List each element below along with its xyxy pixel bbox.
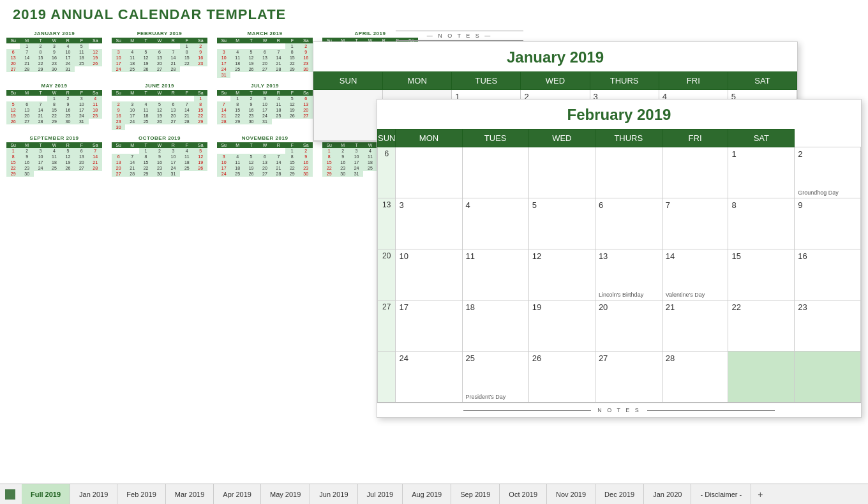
small-cal-cell: 3 bbox=[47, 43, 61, 49]
small-cal-cell: 7 bbox=[125, 154, 138, 159]
tab-mar-2019[interactable]: Mar 2019 bbox=[166, 484, 214, 504]
small-cal-cell: 8 bbox=[230, 101, 244, 107]
small-cal-cell: 20 bbox=[75, 159, 88, 165]
small-cal-header: Su bbox=[6, 38, 20, 43]
small-cal-cell bbox=[34, 96, 47, 101]
feb-cell: 26 bbox=[528, 352, 595, 403]
small-cal-cell bbox=[139, 124, 153, 130]
small-cal-cell: 16 bbox=[336, 159, 349, 165]
small-cal-cell bbox=[47, 171, 61, 177]
tab---disclaimer--[interactable]: - Disclaimer - bbox=[691, 484, 751, 504]
tab-full-2019[interactable]: Full 2019 bbox=[22, 484, 70, 504]
small-cal-cell: 26 bbox=[244, 66, 258, 72]
feb-cell bbox=[795, 352, 861, 403]
small-cal-cell: 30 bbox=[112, 124, 125, 130]
small-cal-9: OCTOBER 2019SuMTWRFSa1234567891011121314… bbox=[112, 135, 207, 177]
feb-cell: 28 bbox=[662, 352, 728, 403]
small-cal-cell: 18 bbox=[230, 61, 244, 66]
small-cal-header: T bbox=[244, 38, 258, 43]
tab-jan-2019[interactable]: Jan 2019 bbox=[70, 484, 117, 504]
feb-cell: 25President's Day bbox=[462, 352, 528, 403]
small-cal-cell bbox=[244, 43, 258, 49]
small-cal-header: R bbox=[167, 38, 180, 43]
small-cal-cell: 10 bbox=[217, 55, 230, 61]
notes-section: — N O T E S — bbox=[396, 31, 523, 41]
feb-cell: 8 bbox=[728, 198, 795, 249]
small-cal-cell: 9 bbox=[299, 154, 313, 159]
tab-feb-2019[interactable]: Feb 2019 bbox=[117, 484, 165, 504]
small-cal-header: W bbox=[363, 142, 377, 148]
small-cal-header: M bbox=[125, 90, 138, 96]
small-cal-cell: 20 bbox=[258, 165, 271, 171]
small-cal-cell: 3 bbox=[34, 148, 47, 154]
small-cal-4: MAY 2019SuMTWRFSa12345678910111213141516… bbox=[6, 83, 102, 130]
tab-apr-2019[interactable]: Apr 2019 bbox=[214, 484, 261, 504]
small-cal-cell: 22 bbox=[47, 113, 61, 119]
tab-may-2019[interactable]: May 2019 bbox=[261, 484, 310, 504]
small-cal-cell bbox=[244, 72, 258, 78]
small-cal-cell: 24 bbox=[125, 119, 138, 124]
small-cal-cell: 14 bbox=[125, 159, 138, 165]
tab-aug-2019[interactable]: Aug 2019 bbox=[403, 484, 451, 504]
small-cal-cell bbox=[20, 96, 33, 101]
jan-col-header: WED bbox=[521, 72, 590, 90]
small-cal-cell: 20 bbox=[6, 61, 20, 66]
small-cal-cell: 2 bbox=[61, 96, 75, 101]
small-cal-cell: 13 bbox=[299, 101, 313, 107]
small-cal-cell: 23 bbox=[299, 61, 313, 66]
small-cal-cell: 18 bbox=[89, 107, 102, 113]
small-cal-cell: 23 bbox=[336, 165, 349, 171]
small-cal-cell bbox=[194, 171, 207, 177]
small-cal-cell: 15 bbox=[230, 107, 244, 113]
small-cal-cell: 29 bbox=[6, 171, 20, 177]
small-cal-cell: 24 bbox=[75, 113, 88, 119]
small-cal-cell bbox=[167, 96, 180, 101]
small-cal-cell: 17 bbox=[34, 159, 47, 165]
small-cal-cell bbox=[89, 43, 102, 49]
small-cal-cell bbox=[363, 171, 377, 177]
small-cal-title: NOVEMBER 2019 bbox=[217, 135, 313, 141]
small-cal-cell: 9 bbox=[194, 49, 207, 55]
feb-cell: 19 bbox=[528, 300, 595, 352]
small-cal-cell: 30 bbox=[299, 66, 313, 72]
small-cal-cell: 30 bbox=[299, 171, 313, 177]
small-cal-header: R bbox=[272, 38, 285, 43]
small-cal-cell: 9 bbox=[153, 154, 166, 159]
feb-notes: N O T E S bbox=[377, 403, 861, 417]
small-cal-header: Su bbox=[322, 142, 336, 148]
small-cal-cell bbox=[89, 171, 102, 177]
small-cal-cell: 27 bbox=[6, 66, 20, 72]
small-cal-cell: 2 bbox=[34, 43, 47, 49]
feb-cell bbox=[595, 147, 662, 198]
small-cal-cell: 6 bbox=[153, 49, 166, 55]
tab-jun-2019[interactable]: Jun 2019 bbox=[310, 484, 357, 504]
small-cal-cell: 7 bbox=[20, 49, 33, 55]
page-title: 2019 ANNUAL CALENDAR TEMPLATE bbox=[13, 6, 855, 23]
small-cal-cell: 5 bbox=[139, 49, 153, 55]
small-cal-cell: 24 bbox=[34, 165, 47, 171]
small-cal-cell bbox=[125, 148, 138, 154]
small-cal-cell: 1 bbox=[285, 148, 299, 154]
small-cal-cell bbox=[272, 148, 285, 154]
small-cal-cell bbox=[299, 119, 313, 124]
small-cal-header: F bbox=[75, 90, 88, 96]
tab-sep-2019[interactable]: Sep 2019 bbox=[451, 484, 500, 504]
small-cal-cell: 29 bbox=[230, 119, 244, 124]
small-cal-1: FEBRUARY 2019SuMTWRFSa123456789101112131… bbox=[112, 31, 207, 78]
tab-jul-2019[interactable]: Jul 2019 bbox=[358, 484, 403, 504]
add-tab-button[interactable]: + bbox=[751, 484, 769, 504]
small-cal-header: T bbox=[139, 38, 153, 43]
feb-cell: 23 bbox=[795, 300, 861, 352]
tab-jan-2020[interactable]: Jan 2020 bbox=[644, 484, 691, 504]
tab-nov-2019[interactable]: Nov 2019 bbox=[547, 484, 595, 504]
small-cal-header: Su bbox=[112, 90, 125, 96]
small-cal-cell: 14 bbox=[217, 107, 230, 113]
tab-oct-2019[interactable]: Oct 2019 bbox=[500, 484, 547, 504]
small-cal-header: F bbox=[180, 38, 193, 43]
jan-col-header: MON bbox=[383, 72, 452, 90]
tab-dec-2019[interactable]: Dec 2019 bbox=[595, 484, 644, 504]
small-cal-cell: 26 bbox=[139, 66, 153, 72]
small-cal-cell: 26 bbox=[244, 171, 258, 177]
small-cal-cell bbox=[75, 66, 88, 72]
small-cal-cell: 22 bbox=[34, 61, 47, 66]
